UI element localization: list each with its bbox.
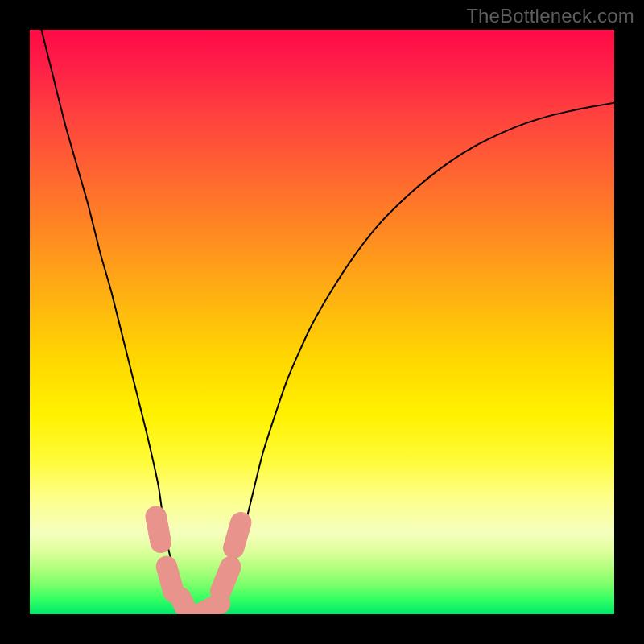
watermark-text: TheBottleneck.com (466, 5, 634, 27)
curve-marker (144, 505, 173, 555)
marker-layer (144, 505, 254, 614)
plot-area (30, 30, 614, 614)
svg-rect-5 (221, 510, 254, 561)
bottleneck-curve (42, 30, 614, 614)
curve-layer (42, 30, 614, 614)
svg-rect-4 (208, 554, 244, 605)
curve-svg (30, 30, 614, 614)
curve-marker (221, 510, 254, 561)
curve-marker (208, 554, 244, 605)
chart-frame: TheBottleneck.com (0, 0, 644, 644)
svg-rect-0 (144, 505, 173, 555)
